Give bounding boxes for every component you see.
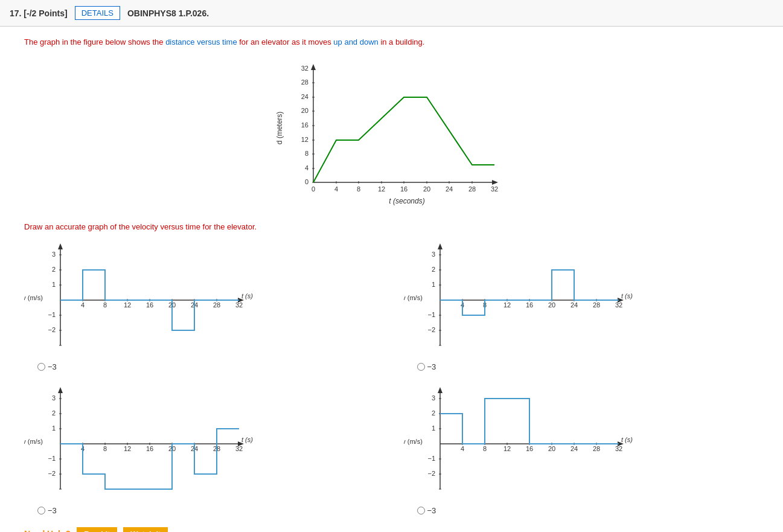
svg-text:4: 4 bbox=[334, 185, 337, 193]
svg-marker-3 bbox=[492, 180, 498, 185]
need-help-section: Need Help? Read It Watch It bbox=[24, 527, 759, 533]
problem-number: 17. [-/2 Points] bbox=[10, 8, 68, 18]
svg-text:32: 32 bbox=[490, 185, 497, 193]
svg-text:12: 12 bbox=[124, 445, 131, 452]
distance-time-graph: d (meters) 0 4 8 12 16 20 24 28 32 bbox=[265, 56, 519, 213]
svg-text:−2: −2 bbox=[427, 326, 435, 333]
svg-text:t (s): t (s) bbox=[621, 292, 633, 300]
problem-code: OBINPHYS8 1.P.026. bbox=[127, 8, 209, 18]
radio-bottom-right[interactable] bbox=[417, 507, 425, 514]
svg-text:0: 0 bbox=[304, 178, 308, 185]
svg-text:32: 32 bbox=[235, 445, 243, 452]
svg-text:8: 8 bbox=[356, 185, 360, 193]
main-content: The graph in the figure below shows the … bbox=[0, 27, 783, 532]
svg-text:32: 32 bbox=[301, 65, 308, 72]
problem-header: 17. [-/2 Points] DETAILS OBINPHYS8 1.P.0… bbox=[0, 0, 783, 27]
svg-text:3: 3 bbox=[52, 394, 56, 402]
svg-text:32: 32 bbox=[615, 301, 622, 309]
svg-text:−2: −2 bbox=[48, 326, 56, 333]
svg-text:20: 20 bbox=[301, 107, 308, 114]
details-button[interactable]: DETAILS bbox=[75, 6, 120, 20]
svg-text:24: 24 bbox=[570, 445, 577, 452]
svg-marker-42 bbox=[58, 243, 63, 249]
svg-text:12: 12 bbox=[124, 301, 131, 309]
svg-text:1: 1 bbox=[431, 425, 435, 432]
svg-text:8: 8 bbox=[304, 150, 308, 157]
distance-graph-line bbox=[313, 97, 494, 182]
svg-text:12: 12 bbox=[301, 136, 308, 143]
svg-text:0: 0 bbox=[311, 185, 315, 193]
radio-top-right[interactable] bbox=[417, 363, 425, 371]
svg-text:1: 1 bbox=[431, 281, 435, 288]
vgraph-br-line bbox=[440, 399, 619, 444]
vgraph-tr-svg: v (m/s) 3 2 1 −1 −2 4 8 12 16 20 bbox=[404, 240, 639, 367]
svg-text:t (seconds): t (seconds) bbox=[389, 197, 424, 205]
svg-text:24: 24 bbox=[301, 93, 308, 100]
desc-highlight-2: up and down bbox=[333, 37, 378, 46]
radio-tl-label: −3 bbox=[48, 362, 57, 371]
svg-text:t (s): t (s) bbox=[621, 436, 633, 443]
svg-text:28: 28 bbox=[592, 301, 599, 309]
svg-text:t (s): t (s) bbox=[241, 292, 253, 300]
svg-marker-108 bbox=[58, 387, 63, 393]
svg-text:8: 8 bbox=[103, 445, 107, 452]
svg-text:12: 12 bbox=[503, 301, 510, 309]
svg-text:v (m/s): v (m/s) bbox=[404, 438, 423, 445]
svg-text:1: 1 bbox=[52, 281, 56, 288]
svg-text:8: 8 bbox=[103, 301, 107, 309]
svg-text:t (s): t (s) bbox=[241, 436, 253, 443]
radio-bottom-left[interactable] bbox=[37, 507, 45, 514]
read-it-button[interactable]: Read It bbox=[77, 527, 117, 533]
svg-text:4: 4 bbox=[460, 445, 464, 452]
svg-text:−1: −1 bbox=[427, 311, 435, 318]
svg-text:16: 16 bbox=[400, 185, 407, 193]
svg-text:16: 16 bbox=[525, 301, 532, 309]
svg-text:v (m/s): v (m/s) bbox=[404, 294, 423, 301]
svg-text:−1: −1 bbox=[48, 311, 56, 318]
svg-text:3: 3 bbox=[52, 251, 56, 258]
velocity-graph-bottom-left: v (m/s) 3 2 1 −1 −2 4 8 12 16 20 bbox=[24, 383, 380, 515]
svg-text:16: 16 bbox=[525, 445, 532, 452]
svg-text:32: 32 bbox=[235, 301, 243, 309]
svg-text:d (meters): d (meters) bbox=[275, 111, 284, 144]
svg-text:2: 2 bbox=[52, 266, 56, 273]
svg-text:1: 1 bbox=[52, 425, 56, 432]
svg-text:20: 20 bbox=[548, 301, 555, 309]
vgraph-br-svg: v (m/s) 3 2 1 −1 −2 4 8 12 16 20 bbox=[404, 383, 639, 510]
radio-tr-label: −3 bbox=[427, 362, 436, 371]
svg-text:28: 28 bbox=[592, 445, 599, 452]
velocity-graph-bottom-right: v (m/s) 3 2 1 −1 −2 4 8 12 16 20 bbox=[404, 383, 759, 515]
svg-text:v (m/s): v (m/s) bbox=[24, 438, 43, 445]
svg-text:16: 16 bbox=[146, 445, 153, 452]
svg-text:8: 8 bbox=[482, 445, 486, 452]
velocity-graphs-grid: v (m/s) 3 2 1 −1 −2 bbox=[24, 240, 759, 515]
svg-text:4: 4 bbox=[81, 301, 85, 309]
svg-text:28: 28 bbox=[213, 301, 220, 309]
problem-description: The graph in the figure below shows the … bbox=[24, 36, 759, 48]
vgraph-bl-svg: v (m/s) 3 2 1 −1 −2 4 8 12 16 20 bbox=[24, 383, 260, 510]
vgraph-tl-svg: v (m/s) 3 2 1 −1 −2 bbox=[24, 240, 260, 367]
svg-text:32: 32 bbox=[615, 445, 622, 452]
svg-text:16: 16 bbox=[301, 121, 308, 129]
velocity-graph-top-left: v (m/s) 3 2 1 −1 −2 bbox=[24, 240, 380, 371]
svg-text:20: 20 bbox=[423, 185, 430, 193]
svg-text:28: 28 bbox=[468, 185, 475, 193]
need-help-label: Need Help? bbox=[24, 529, 71, 532]
svg-marker-75 bbox=[438, 243, 443, 249]
svg-text:24: 24 bbox=[445, 185, 452, 193]
radio-br-label: −3 bbox=[427, 506, 436, 515]
svg-text:−1: −1 bbox=[427, 455, 435, 462]
svg-text:12: 12 bbox=[377, 185, 385, 193]
svg-text:2: 2 bbox=[431, 409, 435, 417]
radio-top-left[interactable] bbox=[37, 363, 45, 371]
svg-text:12: 12 bbox=[503, 445, 510, 452]
desc-highlight-1: distance versus time bbox=[165, 37, 237, 46]
svg-text:−2: −2 bbox=[48, 470, 56, 477]
watch-it-button[interactable]: Watch It bbox=[123, 527, 168, 533]
svg-text:2: 2 bbox=[52, 409, 56, 417]
svg-text:24: 24 bbox=[570, 301, 577, 309]
svg-text:v (m/s): v (m/s) bbox=[24, 294, 43, 301]
svg-text:28: 28 bbox=[301, 79, 308, 86]
velocity-graph-top-right: v (m/s) 3 2 1 −1 −2 4 8 12 16 20 bbox=[404, 240, 759, 371]
svg-marker-141 bbox=[438, 387, 443, 393]
